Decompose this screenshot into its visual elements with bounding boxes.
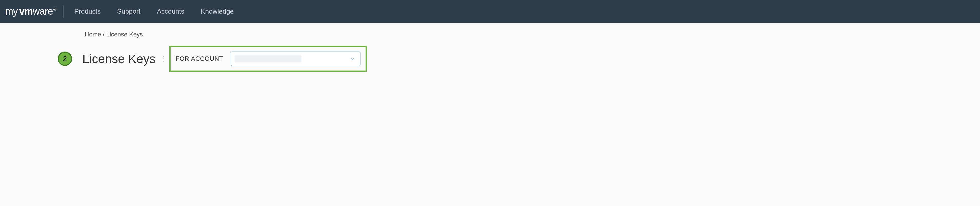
nav-knowledge[interactable]: Knowledge (192, 8, 242, 15)
for-account-label: FOR ACCOUNT (176, 55, 223, 62)
step-badge: 2 (58, 51, 72, 66)
account-selected-value (235, 55, 301, 62)
nav-accounts[interactable]: Accounts (148, 8, 192, 15)
brand-name: vmware® (19, 6, 56, 17)
nav-support[interactable]: Support (109, 8, 148, 15)
account-highlight-box: FOR ACCOUNT (169, 46, 367, 72)
page-title: License Keys (82, 52, 156, 66)
top-nav: Products Support Accounts Knowledge (66, 8, 242, 15)
breadcrumb-sep: / (101, 31, 106, 38)
vertical-dots-icon (164, 56, 164, 62)
top-header: my vmware® Products Support Accounts Kno… (0, 0, 980, 23)
main-content: Home / License Keys 2 License Keys FOR A… (0, 23, 980, 206)
nav-products[interactable]: Products (66, 8, 109, 15)
step-number: 2 (63, 55, 67, 63)
brand-prefix: my (5, 6, 18, 17)
title-row: 2 License Keys FOR ACCOUNT (0, 46, 980, 72)
breadcrumb: Home / License Keys (0, 31, 980, 46)
brand-logo[interactable]: my vmware® (5, 6, 64, 17)
breadcrumb-home[interactable]: Home (85, 31, 101, 38)
account-select[interactable] (231, 51, 360, 66)
breadcrumb-current: License Keys (106, 31, 143, 38)
chevron-down-icon (350, 57, 354, 61)
